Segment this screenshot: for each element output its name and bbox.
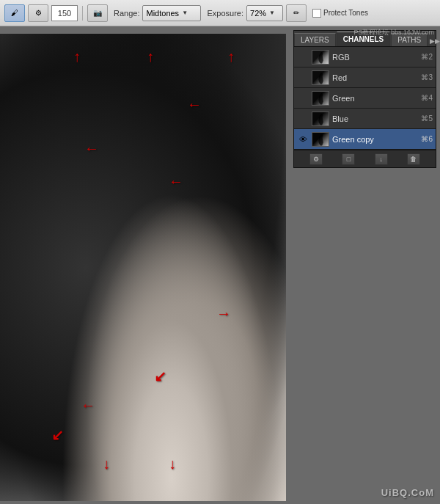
divider1 [82,6,83,21]
channel-thumb-green [312,91,329,106]
airbrush-btn[interactable]: 📷 [87,4,108,22]
channel-thumb-blue [312,112,329,126]
protect-tones-label: Protect Tones [323,9,368,17]
brush-size-display[interactable]: 150 [51,5,78,21]
range-value: Midtones [146,9,179,18]
watermark-bottom: UiBQ.CoM [381,487,434,498]
exposure-dropdown-arrow: ▼ [269,10,275,16]
photo-background [0,34,286,501]
channel-row-red[interactable]: Red ⌘3 [294,67,436,88]
exposure-dropdown[interactable]: 72% ▼ [246,5,283,21]
options-btn[interactable]: ⚙ [28,4,48,22]
exposure-label: Exposure: [207,9,243,18]
dodge-tool-btn[interactable]: 🖌 [4,4,25,22]
channel-visibility-red[interactable] [297,72,309,84]
channel-visibility-rgb[interactable] [297,51,309,63]
eye-icon-green-copy: 👁 [299,135,307,144]
range-label: Range: [114,9,139,18]
toolbar: 🖌 ⚙ 150 📷 Range: Midtones ▼ Exposure: 72… [0,0,440,26]
channels-panel: LAYERS CHANNELS PATHS ▶▶ RGB ⌘2 Red [293,30,436,168]
canvas-area: ↑ ↑ ↑ ← ← ← → ↙ ← ↙ ↓ ↓ LAYERS CHANNELS … [0,26,440,504]
channel-row-green[interactable]: Green ⌘4 [294,88,436,109]
channel-thumb-rgb [312,50,329,65]
channel-thumb-green-copy [312,132,329,147]
channel-visibility-green[interactable] [297,92,309,104]
watermark-top: PS教程论坛 bbs.16JW.com [353,28,434,37]
settings-icon: ⚙ [313,156,319,163]
footer-load-btn[interactable]: ↓ [375,153,388,165]
delete-icon: 🗑 [410,156,417,163]
channel-row-rgb[interactable]: RGB ⌘2 [294,47,436,67]
channel-shortcut-green: ⌘4 [421,94,433,102]
photo-canvas: ↑ ↑ ↑ ← ← ← → ↙ ← ↙ ↓ ↓ [0,34,286,501]
range-dropdown-arrow: ▼ [182,10,188,16]
channel-shortcut-red: ⌘3 [421,73,433,81]
channel-name-rgb: RGB [332,53,418,62]
channel-name-red: Red [332,73,418,82]
footer-settings-btn[interactable]: ⚙ [309,153,323,165]
panel-collapse-btn[interactable]: ▶▶ [428,36,440,46]
channel-visibility-green-copy[interactable]: 👁 [297,134,309,145]
sample-btn[interactable]: ✏ [286,4,307,22]
range-dropdown[interactable]: Midtones ▼ [142,5,201,21]
channel-row-green-copy[interactable]: 👁 Green copy ⌘6 [294,129,436,150]
channel-row-blue[interactable]: Blue ⌘5 [294,109,436,129]
channel-name-green-copy: Green copy [332,135,418,144]
new-channel-icon: □ [347,156,351,163]
exposure-value: 72% [250,9,266,18]
channel-shortcut-rgb: ⌘2 [421,53,433,61]
channel-shortcut-green-copy: ⌘6 [421,135,433,143]
panel-footer: ⚙ □ ↓ 🗑 [294,150,436,167]
load-selection-icon: ↓ [379,156,383,163]
channel-thumb-red [312,70,329,85]
channel-name-green: Green [332,94,418,103]
protect-tones-checkbox[interactable] [312,9,321,18]
channel-visibility-blue[interactable] [297,113,309,125]
protect-tones-control: Protect Tones [312,9,368,18]
tab-layers[interactable]: LAYERS [294,33,336,46]
footer-new-btn[interactable]: □ [342,153,355,165]
channel-name-blue: Blue [332,114,418,123]
channel-shortcut-blue: ⌘5 [421,114,433,123]
footer-delete-btn[interactable]: 🗑 [407,153,420,165]
